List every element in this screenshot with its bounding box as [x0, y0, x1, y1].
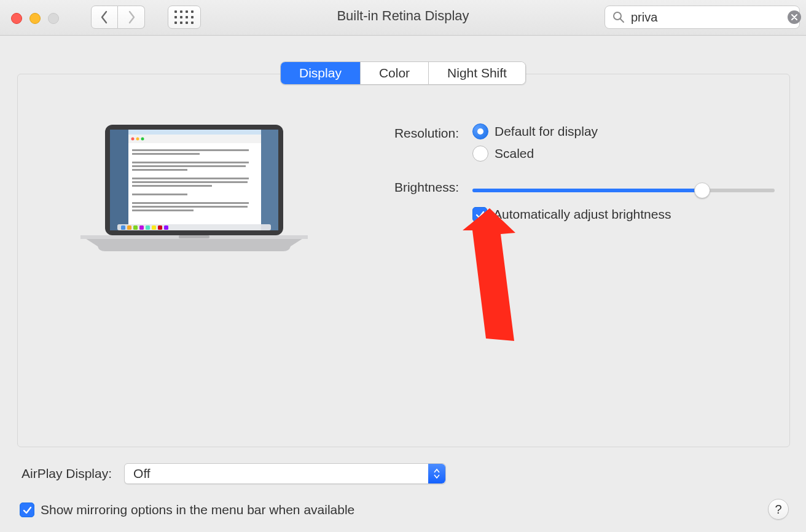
svg-rect-30: [158, 225, 162, 230]
svg-rect-13: [132, 162, 249, 163]
title-bar: Built-in Retina Display: [0, 0, 806, 36]
forward-button[interactable]: [118, 6, 145, 29]
svg-rect-27: [139, 225, 144, 230]
tab-color[interactable]: Color: [361, 62, 429, 84]
search-input[interactable]: [630, 10, 788, 25]
search-icon: [612, 11, 625, 23]
show-all-button[interactable]: [168, 6, 201, 29]
zoom-window-button[interactable]: [48, 13, 59, 24]
auto-brightness-checkbox[interactable]: Automatically adjust brightness: [472, 207, 789, 222]
svg-rect-20: [132, 202, 249, 204]
svg-rect-12: [132, 153, 200, 155]
svg-rect-18: [132, 185, 212, 187]
help-icon: ?: [775, 503, 781, 517]
svg-rect-16: [132, 178, 249, 179]
chevron-left-icon: [100, 10, 109, 25]
chevron-right-icon: [127, 10, 136, 25]
svg-rect-22: [132, 209, 194, 211]
radio-unchecked-icon: [472, 146, 488, 162]
svg-rect-31: [164, 225, 168, 230]
brightness-row: Brightness: Automatically adjust brightn…: [374, 178, 789, 222]
airplay-select[interactable]: Off: [124, 463, 446, 484]
svg-rect-15: [132, 169, 187, 171]
close-icon: [791, 14, 797, 20]
checkbox-checked-icon: [472, 207, 487, 222]
svg-line-1: [620, 19, 624, 22]
resolution-scaled-option[interactable]: Scaled: [472, 146, 789, 162]
svg-rect-7: [128, 135, 261, 143]
resolution-default-option[interactable]: Default for display: [472, 123, 789, 139]
content-area: Resolution: Default for display Scaled B…: [0, 36, 806, 532]
svg-rect-28: [146, 225, 150, 230]
svg-point-10: [141, 138, 144, 141]
svg-rect-11: [132, 149, 249, 151]
svg-point-9: [136, 138, 139, 141]
resolution-label: Resolution:: [374, 123, 472, 141]
airplay-label: AirPlay Display:: [22, 466, 112, 481]
traffic-lights: [11, 13, 59, 24]
minimize-window-button[interactable]: [29, 13, 41, 24]
svg-rect-21: [132, 206, 248, 208]
airplay-row: AirPlay Display: Off: [22, 463, 446, 484]
auto-brightness-label: Automatically adjust brightness: [493, 207, 671, 222]
checkbox-checked-icon: [20, 503, 34, 517]
brightness-slider[interactable]: [472, 182, 775, 197]
svg-rect-14: [132, 165, 246, 167]
display-settings: Resolution: Default for display Scaled B…: [374, 123, 789, 232]
slider-fill: [472, 189, 702, 192]
svg-rect-25: [127, 225, 131, 230]
clear-search-button[interactable]: [788, 10, 801, 24]
tab-bar: Display Color Night Shift: [280, 61, 526, 85]
svg-rect-29: [152, 225, 156, 230]
tab-display[interactable]: Display: [281, 62, 361, 84]
airplay-value: Off: [133, 466, 151, 481]
slider-thumb[interactable]: [694, 182, 710, 198]
tab-night-shift[interactable]: Night Shift: [429, 62, 525, 84]
settings-panel: Resolution: Default for display Scaled B…: [17, 74, 790, 447]
svg-point-0: [614, 12, 621, 20]
back-button[interactable]: [91, 6, 118, 29]
display-preview-image: [74, 121, 314, 265]
resolution-default-label: Default for display: [495, 124, 598, 139]
svg-rect-5: [261, 130, 278, 230]
select-stepper-icon: [428, 464, 445, 483]
resolution-scaled-label: Scaled: [495, 146, 534, 161]
help-button[interactable]: ?: [768, 499, 789, 520]
nav-buttons: [91, 6, 145, 29]
svg-rect-26: [133, 225, 138, 230]
grid-icon: [174, 10, 194, 25]
radio-checked-icon: [472, 123, 488, 139]
search-field[interactable]: [604, 6, 800, 29]
brightness-label: Brightness:: [374, 178, 472, 195]
svg-rect-19: [132, 194, 187, 195]
svg-rect-33: [179, 235, 209, 238]
svg-rect-4: [110, 130, 128, 230]
mirroring-label: Show mirroring options in the menu bar w…: [41, 503, 354, 517]
svg-rect-24: [121, 225, 125, 230]
close-window-button[interactable]: [11, 13, 22, 24]
mirroring-checkbox[interactable]: Show mirroring options in the menu bar w…: [20, 503, 354, 517]
resolution-row: Resolution: Default for display Scaled: [374, 123, 789, 168]
svg-point-8: [131, 138, 135, 141]
svg-rect-17: [132, 181, 248, 183]
